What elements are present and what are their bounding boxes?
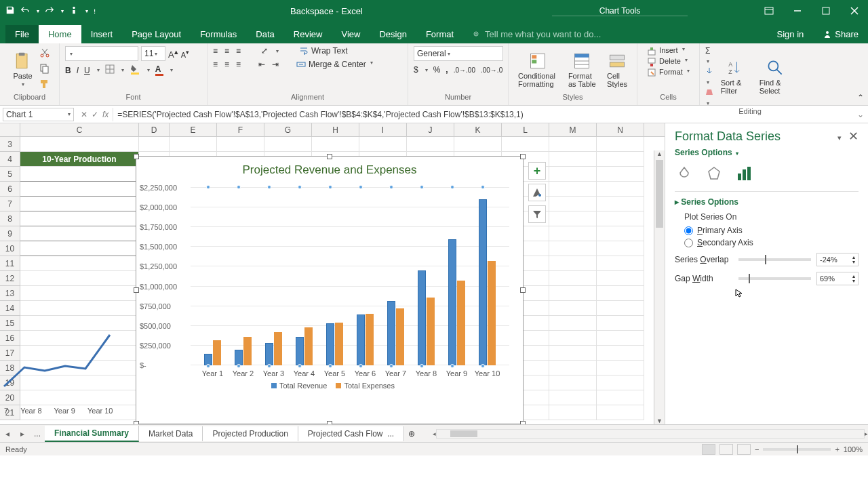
fill-color-icon[interactable] — [130, 64, 140, 77]
tab-formulas[interactable]: Formulas — [191, 25, 246, 43]
zoom-slider[interactable] — [763, 448, 831, 451]
page-layout-view-button[interactable] — [719, 444, 733, 455]
sign-in-button[interactable]: Sign in — [768, 25, 814, 43]
enter-formula-icon[interactable]: ✓ — [92, 110, 98, 119]
column-header[interactable]: E — [170, 123, 217, 136]
format-as-table-button[interactable]: Format as Table — [564, 50, 600, 89]
share-button[interactable]: Share — [813, 25, 868, 43]
column-header[interactable]: I — [359, 123, 407, 136]
sheet-nav-next[interactable]: ▸ — [15, 429, 30, 439]
secondary-axis-radio[interactable]: Secondary Axis — [684, 238, 859, 247]
paste-button[interactable]: Paste▾ — [9, 50, 36, 89]
chart-legend[interactable]: Total Revenue Total Expenses — [136, 378, 523, 394]
select-all-button[interactable] — [0, 123, 20, 136]
font-size-input[interactable]: 11▾ — [141, 46, 165, 61]
normal-view-button[interactable] — [702, 444, 715, 455]
name-box[interactable]: Chart 1▾ — [3, 108, 74, 121]
align-center-icon[interactable]: ≡ — [224, 60, 229, 69]
embedded-chart[interactable]: Projected Revenue and Expenses $-$250,00… — [136, 156, 524, 424]
tab-insert[interactable]: Insert — [81, 25, 123, 43]
horizontal-scrollbar[interactable]: ◂ ▸ — [433, 428, 868, 439]
chart-styles-button[interactable] — [528, 184, 546, 201]
ribbon-display-icon[interactable] — [755, 0, 783, 22]
fill-line-tab-icon[interactable] — [675, 164, 694, 183]
italic-button[interactable]: I — [77, 66, 79, 75]
zoom-out-button[interactable]: − — [755, 445, 759, 453]
tab-page-layout[interactable]: Page Layout — [122, 25, 191, 43]
fill-icon[interactable]: ▾ — [705, 66, 714, 86]
new-sheet-button[interactable]: ⊕ — [404, 429, 419, 439]
undo-icon[interactable] — [20, 5, 30, 17]
font-color-icon[interactable]: A — [155, 64, 163, 76]
series-options-section[interactable]: ▸ Series Options — [675, 197, 859, 207]
underline-button[interactable]: U — [84, 66, 90, 75]
bold-button[interactable]: B — [65, 66, 71, 75]
merge-center-button[interactable]: Merge & Center▾ — [296, 60, 373, 69]
series-overlap-input[interactable]: -24%▴▾ — [816, 253, 859, 266]
tab-data[interactable]: Data — [246, 25, 283, 43]
number-format-select[interactable]: General▾ — [414, 46, 503, 61]
page-break-view-button[interactable] — [737, 444, 751, 455]
chart-elements-button[interactable]: + — [528, 162, 546, 180]
worksheet-area[interactable]: CDEFGHIJKLMN 345678910111213141516171819… — [0, 123, 665, 424]
vertical-scrollbar[interactable]: ▲ ▼ — [654, 150, 665, 424]
maximize-icon[interactable] — [812, 0, 840, 22]
close-icon[interactable] — [841, 0, 868, 22]
gap-width-slider[interactable] — [738, 277, 811, 280]
redo-icon[interactable] — [45, 5, 54, 17]
task-pane-options-icon[interactable]: ▾ — [837, 134, 842, 142]
sheet-tab-market-data[interactable]: Market Data — [139, 426, 203, 441]
column-header[interactable]: G — [264, 123, 312, 136]
touch-mode-icon[interactable] — [69, 5, 79, 17]
orientation-icon[interactable]: ⤢ — [261, 46, 268, 56]
task-pane-subtitle[interactable]: Series Options ▾ — [675, 148, 859, 157]
chart-filters-button[interactable] — [528, 205, 546, 223]
column-header[interactable]: J — [407, 123, 454, 136]
tab-file[interactable]: File — [5, 25, 39, 43]
insert-cells-button[interactable]: Insert▾ — [647, 46, 685, 56]
copy-icon[interactable] — [39, 63, 50, 76]
delete-cells-button[interactable]: Delete▾ — [647, 57, 688, 66]
tab-view[interactable]: View — [332, 25, 370, 43]
currency-icon[interactable]: $ — [414, 65, 418, 75]
series-options-tab-icon[interactable] — [734, 164, 753, 183]
align-top-icon[interactable]: ≡ — [213, 46, 218, 56]
column-header[interactable]: F — [217, 123, 264, 136]
cancel-formula-icon[interactable]: ✕ — [81, 110, 87, 119]
comma-icon[interactable]: , — [446, 65, 448, 75]
decrease-indent-icon[interactable]: ⇤ — [258, 60, 265, 69]
primary-axis-radio[interactable]: Primary Axis — [684, 226, 859, 235]
cut-icon[interactable] — [39, 47, 50, 60]
conditional-formatting-button[interactable]: Conditional Formatting — [514, 50, 561, 89]
sheet-nav-prev[interactable]: ◂ — [0, 429, 15, 439]
decrease-decimal-icon[interactable]: .00→.0 — [481, 66, 502, 74]
collapse-ribbon-icon[interactable]: ⌃ — [857, 93, 864, 102]
borders-icon[interactable] — [105, 64, 115, 76]
increase-decimal-icon[interactable]: .0→.00 — [454, 66, 475, 74]
gap-width-input[interactable]: 69%▴▾ — [816, 272, 859, 285]
tab-home[interactable]: Home — [39, 25, 81, 43]
tab-format[interactable]: Format — [416, 25, 463, 43]
column-header[interactable]: D — [139, 123, 170, 136]
column-header[interactable]: M — [549, 123, 597, 136]
align-middle-icon[interactable]: ≡ — [224, 46, 229, 56]
align-left-icon[interactable]: ≡ — [213, 60, 218, 69]
autosum-icon[interactable]: Σ ▾ — [705, 46, 714, 65]
sheet-tab-financial-summary[interactable]: Financial Summary — [45, 426, 139, 442]
find-select-button[interactable]: Find & Select — [755, 57, 795, 96]
task-pane-close-icon[interactable]: ✕ — [848, 129, 859, 143]
tab-review[interactable]: Review — [284, 25, 332, 43]
format-painter-icon[interactable] — [39, 79, 50, 92]
zoom-level[interactable]: 100% — [844, 445, 863, 453]
minimize-icon[interactable] — [784, 0, 811, 22]
chart-title[interactable]: Projected Revenue and Expenses — [136, 157, 523, 181]
sort-filter-button[interactable]: AZSort & Filter — [717, 57, 753, 96]
effects-tab-icon[interactable] — [705, 164, 724, 183]
clear-icon[interactable]: ▾ — [705, 87, 714, 107]
format-cells-button[interactable]: Format▾ — [647, 68, 690, 77]
column-header[interactable]: H — [312, 123, 359, 136]
fx-icon[interactable]: fx — [102, 110, 108, 119]
expand-formula-bar-icon[interactable]: ⌄ — [853, 110, 868, 119]
font-name-input[interactable]: ▾ — [65, 46, 138, 61]
column-header[interactable]: K — [454, 123, 502, 136]
